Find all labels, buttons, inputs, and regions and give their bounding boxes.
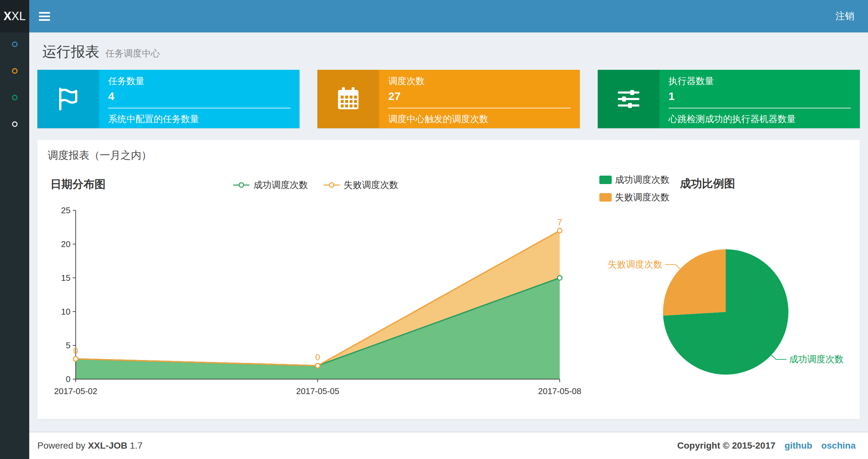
line-legend-icon xyxy=(323,182,340,188)
legend-swatch xyxy=(599,193,612,202)
sidebar xyxy=(0,32,29,459)
data-point-marker xyxy=(73,357,78,361)
oschina-link[interactable]: oschina xyxy=(821,440,856,451)
sliders-icon xyxy=(616,86,642,112)
info-box-icon-area xyxy=(598,70,659,128)
info-box-title: 执行器数量 xyxy=(669,75,851,87)
legend-label: 失败调度次数 xyxy=(615,191,670,203)
date-distribution-section: 日期分布图 成功调度次数失败调度次数 05101520252017-05-022… xyxy=(37,169,593,409)
x-axis-label: 2017-05-08 xyxy=(538,386,582,396)
y-axis-label: 25 xyxy=(61,205,70,215)
info-boxes-row: 任务数量 4 系统中配置的任务数量 xyxy=(37,70,860,128)
data-point-marker xyxy=(315,363,320,368)
y-axis-label: 20 xyxy=(61,239,70,249)
app-logo-rest: XL xyxy=(11,9,26,23)
page-header: 运行报表 任务调度中心 xyxy=(37,32,860,70)
legend-label: 失败调度次数 xyxy=(344,179,398,191)
legend-label: 成功调度次数 xyxy=(253,179,308,191)
pie-label-line xyxy=(665,265,680,269)
sidebar-toggle-button[interactable] xyxy=(39,12,50,21)
pie-slice-1 xyxy=(663,249,726,316)
sidebar-menu-item-2[interactable] xyxy=(12,68,18,74)
data-point-marker xyxy=(557,228,562,233)
info-box-triggers: 调度次数 27 调度中心触发的调度次数 xyxy=(317,70,580,128)
pie-slice-label: 成功调度次数 xyxy=(789,354,844,364)
top-navbar: XXL 注销 xyxy=(0,0,868,32)
info-box-title: 任务数量 xyxy=(108,75,290,87)
legend-swatch xyxy=(599,175,612,184)
point-label: 0 xyxy=(73,346,78,356)
hamburger-icon xyxy=(39,12,50,13)
line-legend-icon xyxy=(232,182,250,188)
pie-chart-title: 成功比例图 xyxy=(680,176,735,191)
date-distribution-chart: 05101520252017-05-022017-05-052017-05-08… xyxy=(50,202,583,409)
pie-label-line xyxy=(771,355,786,359)
legend-label: 成功调度次数 xyxy=(615,174,670,186)
x-axis-label: 2017-05-05 xyxy=(296,386,339,396)
flag-icon xyxy=(55,86,82,112)
product-version: 1.7 xyxy=(130,440,143,451)
data-point-marker xyxy=(557,275,562,280)
legend-item[interactable]: 失败调度次数 xyxy=(323,179,398,191)
page-subtitle: 任务调度中心 xyxy=(105,48,160,59)
legend-item[interactable]: 成功调度次数 xyxy=(599,174,670,186)
info-box-icon-area xyxy=(37,70,99,128)
app-logo[interactable]: XXL xyxy=(0,0,29,32)
info-box-value: 1 xyxy=(669,90,851,103)
report-panel: 调度报表（一月之内） 日期分布图 成功调度次数失败调度次数 0510152025… xyxy=(37,139,860,419)
app-logo-bold: X xyxy=(4,9,11,23)
info-box-title: 调度次数 xyxy=(388,75,570,87)
github-link[interactable]: github xyxy=(784,440,812,451)
pie-slice-label: 失败调度次数 xyxy=(608,259,662,269)
info-box-icon-area xyxy=(317,70,379,128)
legend-item[interactable]: 失败调度次数 xyxy=(599,191,670,203)
copyright-text: Copyright © 2015-2017 xyxy=(677,440,775,451)
logout-link[interactable]: 注销 xyxy=(836,10,855,23)
success-ratio-section: 成功调度次数失败调度次数 成功比例图 成功调度次数失败调度次数 xyxy=(593,169,860,409)
info-box-jobs: 任务数量 4 系统中配置的任务数量 xyxy=(37,70,300,128)
powered-by: Powered by XXL-JOB 1.7 xyxy=(37,440,143,451)
report-panel-title: 调度报表（一月之内） xyxy=(37,140,860,166)
point-label: 0 xyxy=(315,353,320,362)
sidebar-menu-item-3[interactable] xyxy=(12,95,18,100)
page-title: 运行报表 xyxy=(42,43,99,59)
info-box-executors: 执行器数量 1 心跳检测成功的执行器机器数量 xyxy=(598,70,860,128)
info-box-description: 系统中配置的任务数量 xyxy=(108,108,290,125)
y-axis-label: 10 xyxy=(61,307,70,317)
y-axis-label: 0 xyxy=(66,374,70,384)
line-chart-legend: 成功调度次数失败调度次数 xyxy=(37,169,593,191)
info-box-description: 心跳检测成功的执行器机器数量 xyxy=(669,108,851,125)
sidebar-menu-item-1[interactable] xyxy=(12,41,18,47)
line-chart-title: 日期分布图 xyxy=(50,177,105,192)
sidebar-menu-item-4[interactable] xyxy=(12,122,18,127)
x-axis-label: 2017-05-02 xyxy=(54,386,97,396)
pie-chart-legend: 成功调度次数失败调度次数 xyxy=(599,174,670,203)
legend-item[interactable]: 成功调度次数 xyxy=(232,179,308,191)
point-label: 7 xyxy=(557,218,562,227)
calendar-icon xyxy=(335,86,362,112)
main-content: 运行报表 任务调度中心 任务数量 4 系统中配置的任务数量 xyxy=(29,32,868,419)
y-axis-label: 15 xyxy=(61,273,70,283)
product-name: XXL-JOB xyxy=(88,440,127,451)
info-box-description: 调度中心触发的调度次数 xyxy=(388,108,570,125)
info-box-value: 27 xyxy=(388,90,570,103)
page-footer: Powered by XXL-JOB 1.7 Copyright © 2015-… xyxy=(29,432,868,459)
info-box-value: 4 xyxy=(108,90,290,103)
y-axis-label: 5 xyxy=(66,340,70,350)
